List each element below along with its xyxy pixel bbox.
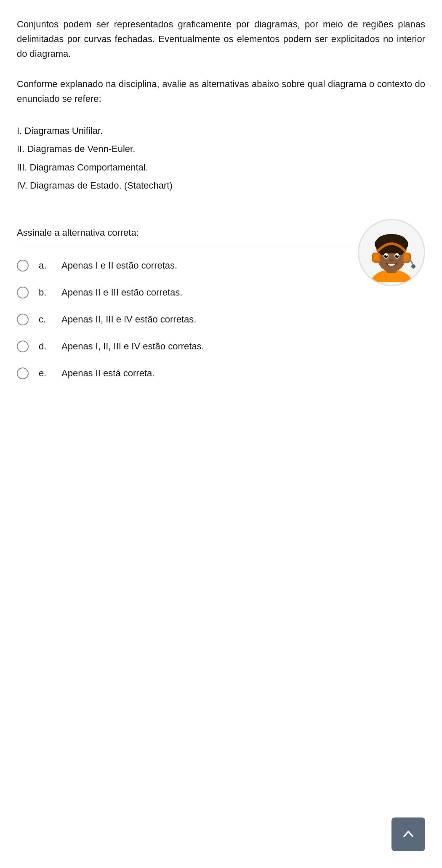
letter-b: b. [39, 287, 51, 298]
svg-point-22 [400, 826, 417, 843]
letter-a: a. [39, 260, 51, 271]
assinale-section: Assinale a alternativa correta: [17, 227, 425, 238]
option-IV: IV. Diagramas de Estado. (Statechart) [17, 178, 425, 193]
svg-point-18 [386, 255, 387, 256]
answer-option-d[interactable]: d. Apenas I, II, III e IV estão corretas… [17, 341, 425, 352]
option-III: III. Diagramas Comportamental. [17, 160, 425, 175]
label-d: Apenas I, II, III e IV estão corretas. [61, 341, 204, 352]
answer-options-list: a. Apenas I e II estão corretas. b. Apen… [17, 260, 425, 379]
radio-d[interactable] [17, 341, 29, 352]
answer-option-a[interactable]: a. Apenas I e II estão corretas. [17, 260, 425, 272]
svg-point-16 [384, 255, 388, 258]
label-b: Apenas II e III estão corretas. [61, 287, 182, 298]
option-I: I. Diagramas Unifilar. [17, 123, 425, 138]
numbered-options-list: I. Diagramas Unifilar. II. Diagramas de … [17, 123, 425, 194]
label-c: Apenas II, III e IV estão corretas. [61, 314, 196, 325]
paragraph-2: Conforme explanado na disciplina, avalie… [17, 77, 425, 106]
label-e: Apenas II está correta. [61, 368, 154, 379]
radio-b[interactable] [17, 287, 29, 298]
radio-a[interactable] [17, 260, 29, 272]
radio-c[interactable] [17, 314, 29, 325]
label-a: Apenas I e II estão corretas. [61, 260, 177, 271]
answer-option-e[interactable]: e. Apenas II está correta. [17, 367, 425, 379]
radio-e[interactable] [17, 367, 29, 379]
letter-e: e. [39, 368, 51, 379]
scroll-up-button[interactable] [391, 817, 425, 851]
letter-c: c. [39, 314, 51, 325]
answer-area: a. Apenas I e II estão corretas. b. Apen… [17, 260, 425, 379]
svg-point-19 [397, 255, 398, 256]
svg-point-17 [395, 255, 399, 258]
paragraph-1: Conjuntos podem ser representados grafic… [17, 17, 425, 61]
option-II: II. Diagramas de Venn-Euler. [17, 141, 425, 157]
letter-d: d. [39, 341, 51, 352]
answer-option-c[interactable]: c. Apenas II, III e IV estão corretas. [17, 314, 425, 325]
answer-option-b[interactable]: b. Apenas II e III estão corretas. [17, 287, 425, 298]
